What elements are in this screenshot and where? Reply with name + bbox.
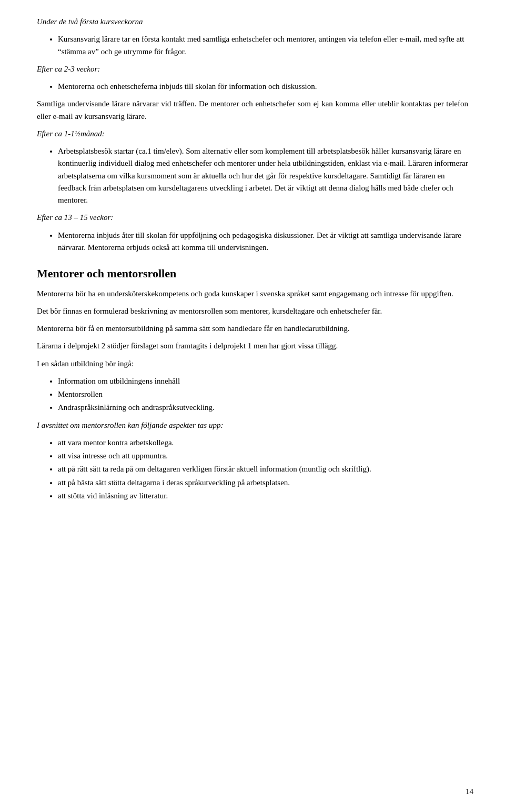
para-mentors-5: I en sådan utbildning bör ingå: <box>37 358 468 370</box>
para-mentors-4: Lärarna i delprojekt 2 stödjer förslaget… <box>37 340 468 352</box>
list-item: Mentorerna och enhetscheferna inbjuds ti… <box>58 81 468 93</box>
list-item: Andraspråksinlärning och andraspråksutve… <box>58 402 468 414</box>
mentors-heading: Mentorer och mentorsrollen <box>37 266 468 282</box>
para-mentors-2: Det bör finnas en formulerad beskrivning… <box>37 305 468 317</box>
list-item: Kursansvarig lärare tar en första kontak… <box>58 33 468 58</box>
para-mentors-3: Mentorerna bör få en mentorsutbildning p… <box>37 323 468 335</box>
list-item: att vara mentor kontra arbetskollega. <box>58 437 468 449</box>
bullet-1-month: Arbetsplatsbesök startar (ca.1 tim/elev)… <box>58 145 468 206</box>
list-item: att på rätt sätt ta reda på om deltagare… <box>58 463 468 475</box>
mentors-section: Mentorer och mentorsrollen Mentorerna bö… <box>37 266 468 502</box>
heading-13-15-weeks: Efter ca 13 – 15 veckor: <box>37 212 468 224</box>
page: Under de två första kursveckorna Kursans… <box>0 0 505 812</box>
list-item: Information om utbildningens innehåll <box>58 375 468 387</box>
list-item: Mentorsrollen <box>58 388 468 400</box>
list-item: att stötta vid inläsning av litteratur. <box>58 490 468 502</box>
list-item: att visa intresse och att uppmuntra. <box>58 450 468 462</box>
heading-2-3-weeks: Efter ca 2-3 veckor: <box>37 63 468 75</box>
heading-first-weeks: Under de två första kursveckorna <box>37 16 468 28</box>
bullet-first-weeks: Kursansvarig lärare tar en första kontak… <box>58 33 468 58</box>
list-item: Mentorerna inbjuds åter till skolan för … <box>58 229 468 254</box>
bullet-utbildning: Information om utbildningens innehåll Me… <box>58 375 468 414</box>
page-number: 14 <box>466 787 473 796</box>
list-item: att på bästa sätt stötta deltagarna i de… <box>58 477 468 489</box>
heading-aspekter: I avsnittet om mentorsrollen kan följand… <box>37 419 468 432</box>
heading-1-month: Efter ca 1-1½månad: <box>37 128 468 140</box>
bullet-aspekter: att vara mentor kontra arbetskollega. at… <box>58 437 468 502</box>
para-samtliga: Samtliga undervisande lärare närvarar vi… <box>37 98 468 123</box>
bullet-13-15-weeks: Mentorerna inbjuds åter till skolan för … <box>58 229 468 254</box>
bullet-2-3-weeks: Mentorerna och enhetscheferna inbjuds ti… <box>58 81 468 93</box>
list-item: Arbetsplatsbesök startar (ca.1 tim/elev)… <box>58 145 468 206</box>
para-mentors-1: Mentorerna bör ha en undersköterskekompe… <box>37 288 468 300</box>
intro-section: Under de två första kursveckorna Kursans… <box>37 16 468 254</box>
